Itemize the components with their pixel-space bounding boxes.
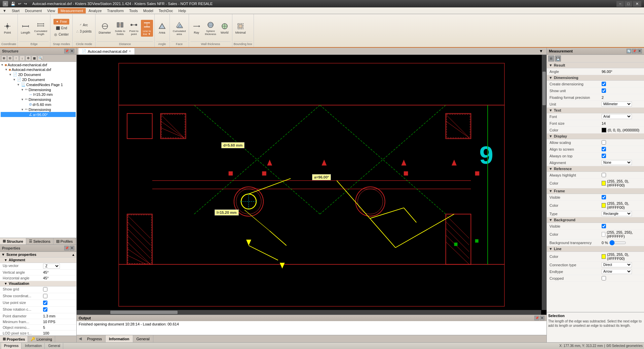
ribbon-btn-minimal[interactable]: Minimal [234, 21, 248, 35]
font-select[interactable]: ArialTimes New Roman [602, 114, 632, 119]
alignment-select[interactable]: NoneLeftCenterRight [602, 160, 632, 165]
font-value[interactable]: ArialTimes New Roman [602, 114, 641, 119]
properties-close-btn[interactable]: ✕ [70, 246, 74, 250]
ribbon-btn-diameter[interactable]: Diameter [97, 21, 113, 35]
tree-item-root1[interactable]: ▼ ■ Autocad-mechanical.dxf [1, 63, 76, 67]
menu-item-model[interactable]: Model [141, 8, 156, 13]
output-scroll-left[interactable]: ◀ [77, 335, 84, 342]
structure-pin-btn[interactable]: 📌 [64, 49, 69, 53]
menu-item-analyze[interactable]: Analyze [86, 8, 104, 13]
text-section-header[interactable]: ▼ Text [547, 108, 644, 113]
tree-tool-6[interactable]: ▦ [32, 55, 37, 61]
snap-btn-free[interactable]: ✦ Free [53, 19, 69, 25]
ribbon-btn-length[interactable]: Length [19, 21, 32, 35]
output-pin-btn[interactable]: 📌 [534, 316, 539, 320]
bg-trans-slider[interactable] [609, 241, 626, 244]
measurement-close-btn[interactable]: ✕ [637, 49, 642, 53]
visualization-section-header[interactable]: ▼ Visualization [0, 281, 76, 286]
bg-visible-checkbox[interactable] [602, 224, 606, 228]
tree-container[interactable]: ▼ ■ Autocad-mechanical.dxf ▼ ■ Autocad-m… [0, 62, 76, 238]
tree-item-2ddoc2[interactable]: ▼ 📄 2D Document [1, 77, 76, 82]
measurement-refresh-btn[interactable]: 🔄 [627, 49, 631, 53]
display-section-header[interactable]: ▼ Display [547, 133, 644, 139]
bg-section-header[interactable]: ▼ Background [547, 217, 644, 223]
menu-item-document[interactable]: Document [22, 8, 44, 13]
snap-btn-end[interactable]: ⬛ End [53, 25, 70, 31]
tree-item-2ddoc1[interactable]: ▼ 📄 2D Document [1, 72, 76, 77]
tree-item-dim2[interactable]: ▼ ✏ Dimensioning [1, 97, 76, 102]
menu-item-transform[interactable]: Transform [104, 8, 126, 13]
show-unit-checkbox[interactable] [602, 88, 606, 93]
up-vector-select[interactable]: ZXY [43, 264, 60, 269]
menu-item-help[interactable]: Help [176, 8, 189, 13]
meas-tool-1[interactable]: ⊞ [548, 55, 554, 62]
viewport-scrollbar-v[interactable] [542, 55, 546, 310]
endtype-select[interactable]: ArrowNoneCircle [602, 269, 632, 274]
ribbon-btn-cumulated[interactable]: Cumulatedlength [33, 20, 49, 37]
output-close-btn[interactable]: ✕ [540, 316, 544, 320]
endtype-value[interactable]: ArrowNoneCircle [602, 269, 641, 274]
menu-item-start[interactable]: Start [9, 8, 22, 13]
status-tab-progress[interactable]: Progress [1, 343, 22, 349]
measurement-pin-btn[interactable]: 📌 [632, 49, 637, 53]
ribbon-btn-ray[interactable]: Ray [190, 21, 202, 35]
unit-select[interactable]: MillimeterInch [602, 102, 632, 107]
close-button[interactable]: ✕ [633, 1, 641, 7]
minimize-button[interactable]: − [616, 1, 624, 7]
tree-tool-2[interactable]: ⊟ [7, 55, 13, 61]
snap-btn-center[interactable]: ◎ Center [52, 32, 71, 37]
meas-tool-2[interactable]: 💾 [555, 55, 561, 62]
ref-color-swatch[interactable] [602, 181, 606, 186]
dimensioning-section-header[interactable]: ▼ Dimensioning [547, 75, 644, 81]
tree-item-dim1[interactable]: ▼ ✏ Dimensioning [1, 87, 76, 92]
viewport[interactable]: 9 d=5.60 mm a=96.00° l=15.20 mm [77, 55, 546, 315]
always-highlight-checkbox[interactable] [602, 173, 606, 177]
menu-item-techdoc[interactable]: TechDoc [156, 8, 176, 13]
ribbon-btn-sphere[interactable]: Spherethickness [203, 20, 218, 37]
doc-tab-close[interactable]: ✕ [128, 49, 131, 53]
quick-access-redo[interactable]: ↪ [24, 2, 27, 6]
frame-visible-checkbox[interactable] [602, 195, 606, 199]
structure-close-btn[interactable]: ✕ [70, 49, 74, 53]
line-color-swatch[interactable] [602, 254, 606, 259]
show-rotation-checkbox[interactable] [43, 307, 47, 312]
bg-color-swatch[interactable] [602, 232, 605, 237]
status-tab-general[interactable]: General [45, 343, 63, 349]
output-tab-progress[interactable]: Progress [84, 335, 106, 342]
menu-item-view[interactable]: View [44, 8, 58, 13]
scene-properties-header[interactable]: ▼ Scene properties ▲ [0, 252, 76, 258]
frame-section-header[interactable]: ▼ Frame [547, 188, 644, 194]
connection-select[interactable]: DirectOrthogonal [602, 262, 632, 267]
frame-type-select[interactable]: RectangleEllipse [602, 211, 632, 216]
menu-item-dropdown[interactable]: ▼ [0, 8, 9, 13]
alignment-value[interactable]: NoneLeftCenterRight [602, 160, 641, 165]
maximize-button[interactable]: □ [624, 1, 632, 7]
ribbon-btn-area[interactable]: Area [156, 21, 168, 35]
ribbon-btn-cumarea[interactable]: Cumulatedarea [171, 20, 188, 37]
ribbon-btn-point[interactable]: Point [1, 21, 13, 35]
viewport-dropdown-btn[interactable]: ▼ [537, 48, 545, 54]
tree-item-dim1val[interactable]: ↔ l=15.20 mm [1, 92, 76, 97]
show-coord-checkbox[interactable] [43, 294, 47, 298]
doc-tab-main[interactable]: 📄 Autocad-mechanical.dxf ✕ [78, 48, 135, 54]
menu-item-tools[interactable]: Tools [126, 8, 141, 13]
tab-structure[interactable]: ⊞ Structure [0, 238, 26, 244]
allow-scaling-checkbox[interactable] [602, 140, 606, 145]
alignment-section-header[interactable]: ▼ Alignment [0, 258, 76, 263]
ribbon-btn-linetoline[interactable]: Line toline ▼ [141, 20, 153, 37]
ribbon-btn-world[interactable]: World [219, 21, 231, 35]
output-tab-information[interactable]: Information [106, 335, 133, 342]
ribbon-btn-solids[interactable]: Solids toSolids [113, 20, 127, 37]
use-point-size-checkbox[interactable] [43, 301, 47, 305]
scene-properties-up-icon[interactable]: ▲ [72, 253, 75, 257]
align-screen-checkbox[interactable] [602, 147, 606, 151]
tree-tool-7[interactable]: 🔍 [38, 55, 43, 61]
ribbon-btn-pointtopoint[interactable]: Point topoint [128, 20, 140, 37]
tab-licensing[interactable]: 🔑 Licensing [28, 336, 55, 342]
v-scrollbar-thumb[interactable] [542, 72, 546, 105]
tab-properties[interactable]: ⊞ Properties [0, 336, 28, 342]
menu-item-measurement[interactable]: Measurement [58, 8, 86, 13]
cropped-checkbox[interactable] [602, 276, 606, 280]
tree-item-dim3[interactable]: ▼ ✏ Dimensioning [1, 107, 76, 112]
snap-btn-arc[interactable]: ◜ Arc [78, 22, 90, 28]
